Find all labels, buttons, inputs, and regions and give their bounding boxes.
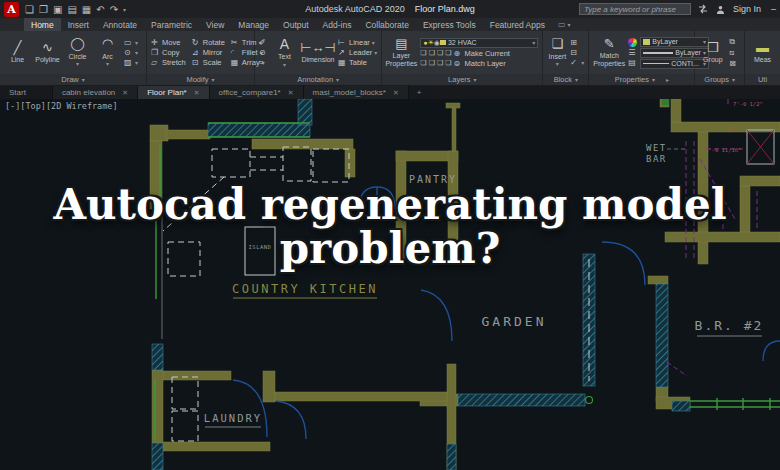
minimize-icon[interactable]: – [771,4,776,14]
file-tab-cabin-elevation[interactable]: cabin elevation✕ [53,86,138,99]
sign-in-button[interactable]: Sign In [733,4,761,14]
tab-featured-apps[interactable]: Featured Apps [483,18,552,31]
open-file-icon[interactable]: ❐ [39,4,48,15]
new-file-icon[interactable]: ❏ [25,4,34,15]
arc-button[interactable]: ◠Arc▾ [94,37,121,68]
create-block-icon[interactable]: ⊟ [570,48,584,57]
qat-dropdown-icon[interactable]: ▾ [123,6,126,13]
group-button[interactable]: ❒Group [699,41,726,64]
redo-icon[interactable]: ↷ [110,4,118,15]
autocad-logo-icon[interactable]: A [4,2,19,17]
leader-button[interactable]: ↗Leader▾ [338,48,377,57]
circle-button[interactable]: ◯Circle▾ [64,37,91,68]
rotate-icon: ↻ [192,38,201,47]
close-icon[interactable]: ✕ [393,89,399,97]
make-current-button[interactable]: ❏❏❏❏ ⊕Make Current [420,49,538,58]
tab-add-ins[interactable]: Add-ins [316,18,359,31]
hatch-button[interactable]: ▨▾ [124,58,138,67]
panel-layers-footer[interactable]: Layers▾ [382,74,542,85]
user-icon[interactable] [715,3,727,15]
tab-parametric[interactable]: Parametric [144,18,199,31]
group-edit-icon[interactable]: ⧅ [729,48,738,58]
lineweight-icon[interactable]: ☰ [628,48,637,57]
mirror-icon: ⊿ [192,48,201,57]
rectangle-button[interactable]: ▭▾ [124,38,138,47]
file-tab-start[interactable]: Start [0,86,53,99]
exchange-icon[interactable] [697,3,709,15]
panel-groups-footer[interactable]: Groups▾ [695,74,744,85]
close-icon[interactable]: ✕ [194,89,200,97]
close-icon[interactable]: ✕ [288,89,294,97]
panel-modify-footer[interactable]: Modify▾ [147,74,254,85]
undo-icon[interactable]: ↶ [96,4,104,15]
tab-express-tools[interactable]: Express Tools [416,18,483,31]
tab-collaborate[interactable]: Collaborate [358,18,415,31]
edit-attribute-icon[interactable]: ⊞ [570,38,584,47]
match-properties-button[interactable]: ✎Match Properties [593,37,625,68]
text-icon: A [280,37,289,52]
close-icon[interactable]: ✕ [122,89,128,97]
save-icon[interactable]: ▣ [53,4,62,15]
ribbon-state-toggle-icon[interactable]: ▭▾ [558,18,571,31]
line-icon: ╱ [14,41,22,55]
tab-output[interactable]: Output [276,18,316,31]
model-space-canvas[interactable]: [-][Top][2D Wireframe] [0,99,780,470]
block-editor-icon[interactable]: ✓▾ [570,58,584,67]
ungroup-icon[interactable]: ⧉ [729,37,738,47]
scale-button[interactable]: ⊡Scale [192,58,225,67]
modify-extra-2-icon[interactable]: ⊘ [259,48,268,57]
measure-button[interactable]: ▬Meas [749,41,776,64]
save-as-icon[interactable]: ▤ [67,4,76,15]
new-drawing-tab-button[interactable]: + [409,86,430,99]
panel-properties-footer[interactable]: Properties▾▸ [589,74,694,85]
trim-icon: ✂ [231,38,240,47]
tab-insert[interactable]: Insert [61,18,96,31]
title-bar: A ❏ ❐ ▣ ▤ ▦ ↶ ↷ ▾ Autodesk AutoCAD 2020F… [0,0,780,18]
plot-icon[interactable]: ▦ [82,4,91,15]
search-input[interactable] [579,3,691,15]
group-selection-icon[interactable]: ⊠ [729,59,738,68]
line-button[interactable]: ╱Line [4,41,31,64]
tab-annotate[interactable]: Annotate [96,18,144,31]
polyline-button[interactable]: ∿Polyline [34,41,61,64]
match-layer-button[interactable]: ❏❏❏❏ ⊜Match Layer [420,59,538,68]
linetype-icon[interactable]: ▤ [628,58,637,67]
modify-extra-1-icon[interactable]: ✐ [259,38,268,47]
panel-utilities-footer[interactable]: Uti [745,74,780,85]
move-button[interactable]: ✛Move [151,38,186,47]
modify-extra-3-icon[interactable]: ≈ [259,58,268,67]
panel-modify: ✛Move ❐Copy ▱Stretch ↻Rotate ⊿Mirror ⊡Sc… [147,31,255,85]
table-button[interactable]: ▦Table [338,58,377,67]
mirror-button[interactable]: ⊿Mirror [192,48,225,57]
linear-button[interactable]: ⊢Linear▾ [338,38,377,47]
panel-draw-footer[interactable]: Draw▾ [0,74,146,85]
panel-layers: ▤Layer Properties ●☀◉ 32 HVAC ▾ ❏❏❏❏ ⊕Ma… [382,31,543,85]
copy-button[interactable]: ❐Copy [151,48,186,57]
quick-access-toolbar: ❏ ❐ ▣ ▤ ▦ ↶ ↷ ▾ [25,4,126,15]
label-garden: GARDEN [482,314,547,329]
insert-button[interactable]: ❏Insert▾ [547,37,567,68]
tab-view[interactable]: View [199,18,231,31]
dimension-icon: ⊢↔⊣ [300,41,336,55]
ellipse-button[interactable]: ⊙▾ [124,48,138,57]
headline-line2: problem? [0,227,780,271]
stretch-button[interactable]: ▱Stretch [151,58,186,67]
layer-properties-button[interactable]: ▤Layer Properties [386,37,416,68]
viewport-controls[interactable]: [-][Top][2D Wireframe] [5,101,118,111]
file-tab-office-compare[interactable]: office_compare1*✕ [210,86,304,99]
dimension-button[interactable]: ⊢↔⊣Dimension [301,41,335,64]
tab-manage[interactable]: Manage [231,18,276,31]
tab-home[interactable]: Home [24,18,61,31]
layer-select[interactable]: ●☀◉ 32 HVAC ▾ [420,38,538,48]
text-button[interactable]: AText▾ [271,37,298,69]
ellipse-icon: ⊙ [124,48,133,57]
panel-block-footer[interactable]: Block▾ [543,74,588,85]
file-tab-floor-plan[interactable]: Floor Plan*✕ [138,86,209,99]
rotate-button[interactable]: ↻Rotate [192,38,225,47]
file-tab-masi-model-blocks[interactable]: masi_model_blocks*✕ [304,86,409,99]
panel-annotation-footer[interactable]: Annotation▾ [255,74,381,85]
layer-tool-icons: ❏❏❏❏ [420,49,451,57]
array-icon: ▦ [231,58,240,67]
color-wheel-icon[interactable] [628,38,637,47]
hatch-icon: ▨ [124,58,133,67]
